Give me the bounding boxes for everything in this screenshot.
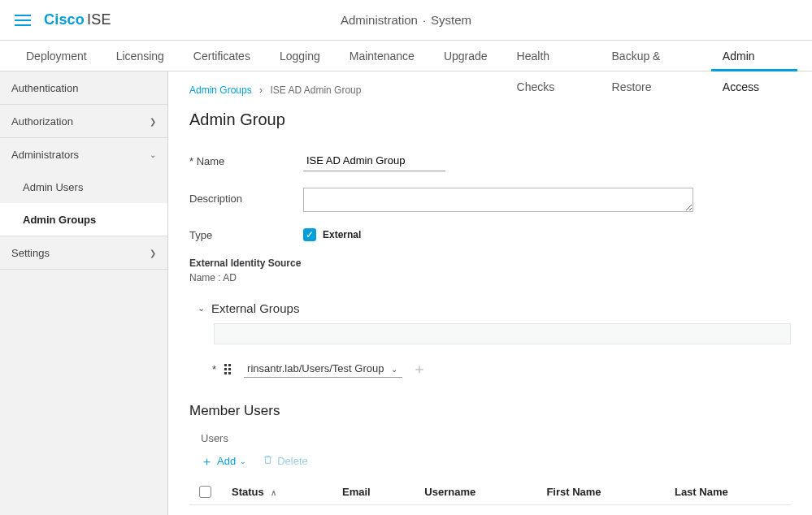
add-group-icon[interactable]: ＋ — [412, 359, 427, 379]
breadcrumb: Admin Groups › ISE AD Admin Group — [189, 84, 791, 96]
tab-logging[interactable]: Logging — [268, 41, 332, 71]
name-label: Name — [189, 150, 303, 167]
sidebar-authentication-label: Authentication — [11, 82, 78, 94]
tab-licensing[interactable]: Licensing — [105, 41, 176, 71]
sidebar-admin-groups[interactable]: Admin Groups — [0, 203, 167, 236]
sidebar-admin-groups-label: Admin Groups — [23, 214, 96, 226]
header-section: System — [431, 13, 471, 27]
description-label: Description — [189, 188, 303, 205]
chevron-right-icon: ❯ — [150, 249, 156, 258]
sidebar-authorization-label: Authorization — [11, 115, 73, 128]
users-table: Status∧ Email Username First Name Last N… — [189, 479, 791, 505]
tab-admin-access[interactable]: Admin Access — [711, 41, 797, 71]
main-content: Admin Groups › ISE AD Admin Group Admin … — [168, 71, 812, 515]
tab-backup-restore[interactable]: Backup & Restore — [601, 41, 705, 71]
brand: CiscoISE — [44, 11, 111, 28]
col-first-name[interactable]: First Name — [536, 479, 665, 505]
delete-button-label: Delete — [277, 455, 308, 467]
type-value: External — [323, 229, 361, 240]
sidebar-authorization[interactable]: Authorization ❯ — [0, 105, 167, 137]
col-username[interactable]: Username — [415, 479, 536, 505]
sidebar-settings-label: Settings — [11, 247, 50, 259]
chevron-down-icon: ⌄ — [150, 150, 156, 159]
add-user-button[interactable]: ＋ Add ⌄ — [201, 455, 246, 467]
plus-icon: ＋ — [201, 455, 213, 467]
sidebar-authentication[interactable]: Authentication — [0, 71, 167, 104]
type-external-checkbox[interactable] — [303, 228, 316, 241]
description-field[interactable] — [303, 188, 693, 212]
chevron-right-icon: ❯ — [150, 117, 156, 126]
external-groups-header[interactable]: ⌄ External Groups — [198, 301, 791, 315]
required-asterisk: * — [212, 363, 216, 375]
sidebar: Authentication Authorization ❯ Administr… — [0, 71, 168, 515]
trash-icon — [263, 454, 273, 468]
crumb-root[interactable]: Admin Groups — [189, 84, 252, 96]
type-label: Type — [189, 229, 303, 241]
external-group-select[interactable]: rinsantr.lab/Users/Test Group — [244, 360, 402, 378]
page-header: Administration·System — [341, 13, 471, 27]
users-subheading: Users — [189, 432, 791, 444]
sidebar-administrators-label: Administrators — [11, 149, 79, 161]
page-title: Admin Group — [189, 110, 791, 129]
crumb-current: ISE AD Admin Group — [270, 84, 361, 96]
chevron-down-icon: ⌄ — [240, 457, 246, 465]
sidebar-settings[interactable]: Settings ❯ — [0, 236, 167, 269]
table-empty: No data available — [189, 505, 791, 515]
brand-ise: ISE — [87, 11, 111, 28]
menu-icon[interactable] — [15, 15, 31, 26]
sidebar-administrators[interactable]: Administrators ⌄ — [0, 138, 167, 171]
member-users-heading: Member Users — [189, 403, 791, 419]
sidebar-admin-users-label: Admin Users — [23, 181, 83, 193]
col-last-name[interactable]: Last Name — [665, 479, 791, 505]
header-area: Administration — [341, 13, 418, 27]
select-all-checkbox[interactable] — [199, 486, 211, 498]
chevron-down-icon: ⌄ — [198, 303, 205, 314]
sidebar-admin-users[interactable]: Admin Users — [0, 171, 167, 203]
col-status[interactable]: Status∧ — [222, 479, 332, 505]
tab-strip: Deployment Licensing Certificates Loggin… — [0, 41, 812, 71]
tab-deployment[interactable]: Deployment — [15, 41, 98, 71]
tab-health-checks[interactable]: Health Checks — [506, 41, 594, 71]
add-button-label: Add — [217, 455, 236, 467]
col-email[interactable]: Email — [332, 479, 415, 505]
external-groups-label: External Groups — [211, 301, 299, 315]
delete-user-button[interactable]: Delete — [263, 454, 308, 468]
drag-icon[interactable] — [224, 364, 232, 374]
ext-id-source-label: External Identity Source — [189, 258, 791, 269]
external-groups-box — [214, 323, 791, 344]
brand-cisco: Cisco — [44, 11, 85, 28]
name-field[interactable] — [303, 150, 445, 171]
tab-maintenance[interactable]: Maintenance — [338, 41, 426, 71]
sort-asc-icon: ∧ — [271, 488, 276, 497]
ext-id-source-name: Name : AD — [189, 272, 791, 283]
tab-certificates[interactable]: Certificates — [182, 41, 262, 71]
tab-upgrade[interactable]: Upgrade — [432, 41, 499, 71]
